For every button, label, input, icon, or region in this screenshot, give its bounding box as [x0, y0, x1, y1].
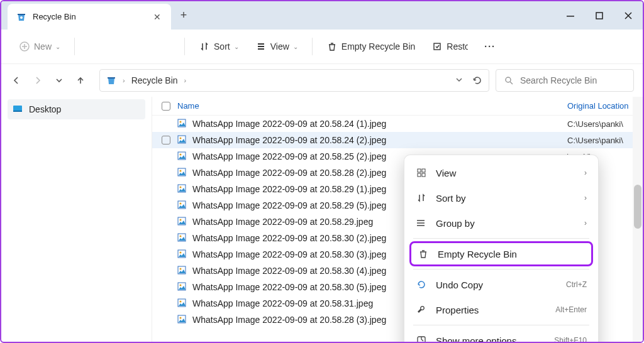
file-row[interactable]: WhatsApp Image 2022-09-09 at 20.58.24 (1… — [152, 116, 643, 132]
svg-point-24 — [180, 187, 182, 188]
svg-point-32 — [180, 252, 182, 254]
ctx-undo[interactable]: Undo Copy Ctrl+Z — [409, 272, 593, 297]
file-name: WhatsApp Image 2022-09-09 at 20.58.30 (3… — [192, 249, 386, 259]
tab-title: Recycle Bin — [33, 12, 146, 21]
svg-point-22 — [180, 170, 182, 172]
more-button[interactable]: ··· — [478, 38, 502, 55]
svg-point-47 — [417, 225, 418, 226]
ctx-empty-recycle-bin[interactable]: Empty Recycle Bin — [409, 241, 593, 266]
scrollbar[interactable] — [633, 97, 643, 342]
ctx-properties[interactable]: Properties Alt+Enter — [409, 297, 593, 322]
svg-rect-42 — [422, 169, 425, 172]
image-file-icon — [177, 168, 187, 178]
image-file-icon — [177, 184, 187, 194]
ctx-properties-label: Properties — [436, 305, 479, 315]
sort-button[interactable]: Sort ⌄ — [192, 37, 245, 56]
image-file-icon — [177, 298, 187, 308]
breadcrumb[interactable]: › Recycle Bin › — [99, 69, 489, 92]
chevron-right-icon: › — [584, 168, 587, 177]
svg-point-28 — [180, 219, 182, 221]
copy-icon[interactable] — [99, 41, 111, 52]
column-original-location[interactable]: Original Location — [567, 101, 643, 111]
image-file-icon — [177, 233, 187, 243]
select-all-checkbox[interactable] — [158, 102, 174, 111]
svg-rect-14 — [13, 111, 22, 112]
context-menu: View › Sort by › Group by › Empty Recycl… — [404, 155, 599, 343]
view-button[interactable]: View ⌄ — [249, 37, 304, 56]
sidebar-item-label: Desktop — [29, 104, 61, 114]
file-name: WhatsApp Image 2022-09-09 at 20.58.28 (2… — [192, 168, 386, 178]
breadcrumb-segment[interactable]: Recycle Bin — [131, 75, 178, 85]
history-dropdown-icon[interactable] — [455, 75, 464, 85]
ctx-more-label: Show more options — [436, 335, 516, 344]
grid-icon — [416, 167, 427, 178]
separator — [413, 269, 589, 270]
close-tab-icon[interactable]: ✕ — [152, 12, 162, 22]
refresh-icon[interactable] — [472, 75, 482, 85]
svg-point-38 — [180, 301, 182, 303]
file-name: WhatsApp Image 2022-09-09 at 20.58.28 (3… — [192, 315, 386, 325]
ctx-show-more[interactable]: Show more options Shift+F10 — [409, 328, 593, 343]
ctx-group[interactable]: Group by › — [409, 210, 593, 236]
svg-point-45 — [417, 220, 418, 221]
svg-point-46 — [417, 222, 418, 224]
file-row[interactable]: WhatsApp Image 2022-09-09 at 20.58.24 (2… — [152, 132, 643, 148]
file-name: WhatsApp Image 2022-09-09 at 20.58.30 (2… — [192, 233, 386, 243]
svg-point-34 — [180, 268, 182, 270]
search-icon — [504, 75, 514, 85]
paste-icon[interactable] — [115, 41, 128, 52]
close-window-button[interactable] — [614, 1, 643, 30]
row-checkbox[interactable] — [158, 136, 174, 144]
recent-button[interactable] — [53, 74, 65, 87]
ctx-group-label: Group by — [436, 218, 475, 229]
empty-label: Empty Recycle Bin — [341, 41, 415, 52]
image-file-icon — [177, 266, 187, 276]
new-button[interactable]: New ⌄ — [13, 37, 67, 56]
column-header: Name Original Location — [152, 97, 643, 116]
plus-circle-icon — [19, 41, 30, 52]
back-button[interactable] — [10, 74, 23, 87]
empty-recycle-bin-button[interactable]: Empty Recycle Bin — [320, 37, 421, 56]
ctx-properties-shortcut: Alt+Enter — [555, 305, 587, 314]
restore-icon — [431, 41, 443, 52]
file-name: WhatsApp Image 2022-09-09 at 20.58.24 (2… — [192, 135, 386, 145]
image-file-icon — [177, 135, 187, 145]
svg-point-18 — [180, 138, 182, 139]
maximize-button[interactable] — [585, 1, 614, 30]
trash-icon — [326, 41, 338, 52]
ctx-view[interactable]: View › — [409, 160, 593, 185]
chevron-down-icon: ⌄ — [55, 43, 60, 50]
sidebar-item-desktop[interactable]: Desktop — [8, 99, 145, 119]
separator — [413, 325, 589, 325]
view-list-icon — [255, 41, 267, 52]
up-button[interactable] — [74, 74, 87, 87]
forward-button[interactable] — [31, 74, 44, 87]
svg-point-16 — [180, 121, 182, 123]
restore-button[interactable]: Restore — [425, 37, 474, 56]
image-file-icon — [177, 315, 187, 325]
cut-icon[interactable] — [82, 41, 95, 52]
search-box[interactable] — [496, 69, 634, 92]
restore-label: Restore — [447, 41, 468, 52]
delete-icon[interactable] — [164, 41, 177, 52]
sort-icon — [416, 192, 427, 204]
scrollbar-thumb[interactable] — [634, 185, 641, 229]
separator — [74, 38, 75, 55]
share-icon[interactable] — [148, 41, 160, 52]
column-name[interactable]: Name — [174, 101, 567, 111]
ctx-sort[interactable]: Sort by › — [409, 185, 593, 210]
file-name: WhatsApp Image 2022-09-09 at 20.58.29.jp… — [192, 217, 373, 227]
search-input[interactable] — [520, 75, 626, 85]
new-tab-button[interactable]: + — [171, 1, 196, 30]
minimize-button[interactable] — [556, 1, 585, 30]
chevron-right-icon: › — [584, 219, 587, 227]
file-name: WhatsApp Image 2022-09-09 at 20.58.29 (5… — [192, 200, 386, 210]
window-tab[interactable]: Recycle Bin ✕ — [8, 4, 171, 30]
svg-point-0 — [20, 16, 23, 19]
image-file-icon — [177, 249, 187, 259]
image-file-icon — [177, 217, 187, 227]
file-original-location: C:\Users\panki\ — [567, 119, 643, 129]
recycle-bin-icon — [106, 75, 116, 85]
rename-icon[interactable] — [131, 41, 144, 52]
sidebar: Desktop — [1, 97, 152, 342]
